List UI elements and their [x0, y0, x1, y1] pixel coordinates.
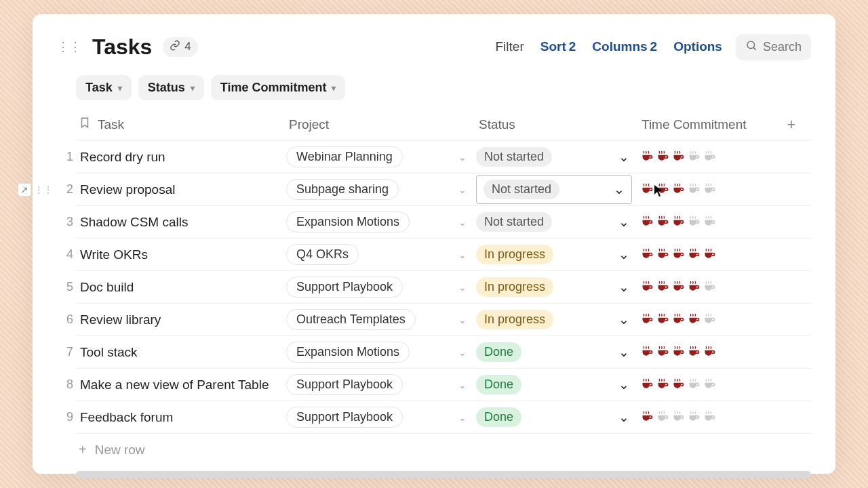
status-cell[interactable]: Done ⌄	[476, 342, 639, 362]
status-cell[interactable]: Not started ⌄	[476, 212, 639, 232]
coffee-icon	[703, 149, 717, 165]
chevron-down-icon[interactable]: ⌄	[618, 214, 629, 230]
status-cell[interactable]: Done ⌄	[476, 407, 639, 427]
col-header-project[interactable]: Project	[286, 112, 476, 138]
project-cell[interactable]: Webinar Planning ⌄	[286, 146, 476, 167]
time-commitment-cell[interactable]	[639, 403, 781, 432]
status-cell[interactable]: In progress ⌄	[476, 245, 639, 264]
chevron-down-icon[interactable]: ⌄	[458, 152, 467, 163]
coffee-icon	[703, 344, 717, 361]
sort-button[interactable]: Sort2	[538, 35, 579, 58]
project-cell[interactable]: Support Playbook ⌄	[286, 277, 476, 298]
task-cell[interactable]: Review proposal	[76, 176, 286, 204]
task-cell[interactable]: Shadow CSM calls	[76, 208, 286, 237]
chevron-down-icon[interactable]: ⌄	[618, 377, 629, 392]
linked-records-button[interactable]: 4	[163, 37, 197, 57]
coffee-icon	[671, 214, 686, 230]
project-pill[interactable]: Webinar Planning	[286, 146, 403, 167]
chevron-down-icon[interactable]: ⌄	[458, 314, 467, 325]
time-commitment-cell[interactable]	[639, 175, 781, 205]
add-column-button[interactable]: +	[781, 116, 802, 134]
time-commitment-cell[interactable]	[639, 240, 781, 270]
task-cell[interactable]: Make a new view of Parent Table	[76, 371, 286, 399]
table-row[interactable]: ↗ ⋮⋮ 9 Feedback forum Support Playbook ⌄…	[76, 401, 811, 434]
chevron-down-icon[interactable]: ⌄	[618, 247, 629, 262]
task-cell[interactable]: Write OKRs	[76, 241, 286, 269]
col-header-status[interactable]: Status	[476, 112, 639, 138]
time-commitment-cell[interactable]	[639, 142, 781, 172]
task-cell[interactable]: Doc build	[76, 273, 286, 302]
coffee-icon	[687, 149, 701, 165]
coffee-icon	[687, 377, 701, 393]
task-cell[interactable]: Tool stack	[76, 338, 286, 367]
project-pill[interactable]: Support Playbook	[286, 277, 403, 298]
chevron-down-icon[interactable]: ⌄	[618, 344, 629, 360]
task-cell[interactable]: Feedback forum	[76, 403, 286, 432]
chevron-down-icon[interactable]: ⌄	[614, 182, 625, 197]
time-commitment-cell[interactable]	[639, 207, 781, 237]
chevron-down-icon[interactable]: ⌄	[458, 347, 467, 358]
project-cell[interactable]: Support Playbook ⌄	[286, 374, 476, 395]
time-commitment-cell[interactable]	[639, 338, 781, 367]
project-pill[interactable]: Q4 OKRs	[286, 244, 359, 265]
time-commitment-cell[interactable]	[639, 272, 781, 302]
task-cell[interactable]: Review library	[76, 306, 286, 334]
expand-row-button[interactable]: ↗	[18, 183, 31, 197]
new-row-button[interactable]: + New row	[76, 434, 811, 466]
status-cell[interactable]: Done ⌄	[476, 375, 639, 394]
project-cell[interactable]: Support Playbook ⌄	[286, 407, 476, 428]
options-button[interactable]: Options	[671, 35, 725, 58]
group-chip-time[interactable]: Time Commitment▾	[211, 75, 346, 100]
col-header-task[interactable]: Task	[76, 110, 286, 138]
search-button[interactable]: Search	[736, 34, 811, 60]
table-row[interactable]: ↗ ⋮⋮ 4 Write OKRs Q4 OKRs ⌄ In progress …	[76, 239, 811, 271]
chevron-down-icon[interactable]: ⌄	[458, 184, 467, 195]
status-cell[interactable]: In progress ⌄	[476, 277, 639, 297]
horizontal-scrollbar[interactable]	[76, 471, 811, 478]
table-row[interactable]: ↗ ⋮⋮ 8 Make a new view of Parent Table S…	[76, 369, 811, 401]
chevron-down-icon[interactable]: ⌄	[618, 409, 629, 425]
status-cell[interactable]: Not started ⌄	[476, 147, 639, 167]
status-cell[interactable]: Not started ⌄	[476, 175, 632, 204]
chevron-down-icon[interactable]: ⌄	[618, 279, 629, 295]
project-cell[interactable]: Q4 OKRs ⌄	[286, 244, 476, 265]
table-row[interactable]: ↗ ⋮⋮ 5 Doc build Support Playbook ⌄ In p…	[76, 271, 811, 304]
time-commitment-cell[interactable]	[639, 370, 781, 400]
table-row[interactable]: ↗ ⋮⋮ 1 Record dry run Webinar Planning ⌄…	[76, 141, 811, 174]
chevron-down-icon[interactable]: ⌄	[458, 380, 467, 390]
table-row[interactable]: ↗ ⋮⋮ 7 Tool stack Expansion Motions ⌄ Do…	[76, 336, 811, 369]
columns-button[interactable]: Columns2	[589, 35, 660, 58]
coffee-icon	[656, 377, 670, 393]
coffee-icon	[687, 409, 701, 426]
time-commitment-cell[interactable]	[639, 305, 781, 335]
project-pill[interactable]: Support Playbook	[286, 374, 403, 395]
project-pill[interactable]: Outreach Templates	[286, 309, 416, 330]
drag-handle-icon[interactable]: ⋮⋮	[34, 184, 53, 195]
project-pill[interactable]: Expansion Motions	[286, 342, 410, 363]
table-row[interactable]: ↗ ⋮⋮ 2 Review proposal Subpage sharing ⌄…	[76, 174, 811, 206]
group-chip-status[interactable]: Status▾	[138, 75, 204, 100]
table-row[interactable]: ↗ ⋮⋮ 3 Shadow CSM calls Expansion Motion…	[76, 206, 811, 239]
linked-records-count: 4	[184, 40, 191, 54]
table-row[interactable]: ↗ ⋮⋮ 6 Review library Outreach Templates…	[76, 304, 811, 336]
project-pill[interactable]: Support Playbook	[286, 407, 403, 428]
chevron-down-icon[interactable]: ⌄	[618, 312, 629, 327]
col-header-time[interactable]: Time Commitment	[639, 112, 781, 138]
project-cell[interactable]: Expansion Motions ⌄	[286, 211, 476, 232]
project-cell[interactable]: Outreach Templates ⌄	[286, 309, 476, 330]
chevron-down-icon[interactable]: ⌄	[458, 412, 467, 423]
project-pill[interactable]: Subpage sharing	[286, 179, 399, 200]
project-cell[interactable]: Expansion Motions ⌄	[286, 342, 476, 363]
status-cell[interactable]: In progress ⌄	[476, 310, 639, 329]
coffee-icon	[671, 149, 686, 165]
chevron-down-icon[interactable]: ⌄	[458, 217, 467, 228]
chevron-down-icon[interactable]: ⌄	[618, 149, 629, 165]
project-cell[interactable]: Subpage sharing ⌄	[286, 179, 476, 200]
group-chip-task[interactable]: Task▾	[76, 75, 132, 100]
drag-handle-icon[interactable]: ⋮⋮	[57, 41, 81, 53]
chevron-down-icon[interactable]: ⌄	[458, 249, 467, 260]
chevron-down-icon[interactable]: ⌄	[458, 282, 467, 293]
project-pill[interactable]: Expansion Motions	[286, 211, 410, 232]
filter-button[interactable]: Filter	[493, 35, 527, 58]
task-cell[interactable]: Record dry run	[76, 143, 286, 171]
